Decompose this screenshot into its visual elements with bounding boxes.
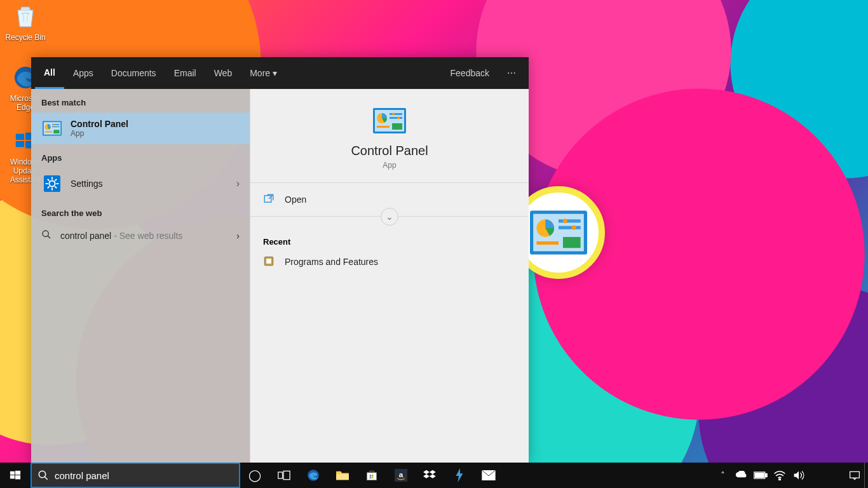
svg-line-25 xyxy=(48,236,50,238)
svg-rect-61 xyxy=(372,475,374,477)
taskbar: ◯ a ˄ xyxy=(0,463,868,488)
section-best-match: Best match xyxy=(31,89,250,112)
recent-item-title: Programs and Features xyxy=(285,257,378,267)
expand-chevron-icon[interactable]: ⌄ xyxy=(381,208,398,226)
tab-label: Apps xyxy=(73,68,93,78)
svg-rect-10 xyxy=(44,132,52,133)
control-panel-icon xyxy=(41,118,63,139)
result-control-panel[interactable]: Control Panel App xyxy=(31,112,250,144)
tab-web[interactable]: Web xyxy=(205,57,241,89)
svg-point-33 xyxy=(397,117,400,119)
svg-rect-1 xyxy=(16,134,24,140)
recycle-bin-icon xyxy=(11,3,39,30)
tab-apps[interactable]: Apps xyxy=(64,57,102,89)
edge-taskbar-icon[interactable] xyxy=(299,463,328,488)
search-icon xyxy=(41,229,51,241)
taskbar-search-box[interactable] xyxy=(31,463,240,488)
svg-rect-56 xyxy=(283,471,290,479)
tab-documents[interactable]: Documents xyxy=(102,57,165,89)
search-tabs-header: All Apps Documents Email Web More ▾ Feed… xyxy=(31,57,529,89)
tab-label: All xyxy=(44,67,55,78)
tab-more[interactable]: More ▾ xyxy=(241,57,286,89)
notifications-icon[interactable] xyxy=(845,463,864,488)
svg-line-54 xyxy=(44,477,48,480)
onedrive-icon[interactable] xyxy=(732,463,751,488)
more-options-icon[interactable]: ⋯ xyxy=(498,68,525,78)
detail-title: Control Panel xyxy=(250,144,529,158)
svg-rect-9 xyxy=(52,126,60,128)
svg-rect-51 xyxy=(10,475,15,478)
svg-point-11 xyxy=(53,124,55,125)
feedback-link[interactable]: Feedback xyxy=(442,57,498,89)
svg-rect-71 xyxy=(850,471,860,478)
desktop-icon-label: Recycle Bin xyxy=(1,33,50,42)
svg-rect-69 xyxy=(756,473,764,478)
section-web: Search the web xyxy=(31,200,250,223)
chevron-right-icon: › xyxy=(236,178,240,189)
svg-rect-35 xyxy=(264,196,271,203)
store-icon[interactable] xyxy=(357,463,386,488)
svg-rect-37 xyxy=(266,259,271,264)
search-detail-pane: Control Panel App Open ⌄ Recent Programs… xyxy=(250,89,529,463)
svg-rect-13 xyxy=(53,130,59,133)
svg-point-53 xyxy=(39,471,46,478)
tab-label: Documents xyxy=(111,68,156,78)
chevron-right-icon: › xyxy=(236,231,240,241)
tray-overflow-icon[interactable]: ˄ xyxy=(713,463,732,488)
svg-rect-30 xyxy=(390,117,402,119)
desktop-icon-recycle-bin[interactable]: Recycle Bin xyxy=(1,3,50,42)
svg-point-70 xyxy=(779,478,781,480)
web-suffix: - See web results xyxy=(114,231,182,241)
amazon-icon[interactable]: a xyxy=(386,463,416,488)
web-query: control panel xyxy=(60,231,111,241)
wifi-icon[interactable] xyxy=(770,463,789,488)
feedback-label: Feedback xyxy=(451,68,489,78)
file-explorer-icon[interactable] xyxy=(328,463,357,488)
search-input[interactable] xyxy=(55,470,239,481)
result-title: Settings xyxy=(71,179,103,189)
svg-rect-63 xyxy=(372,477,374,479)
search-icon xyxy=(32,470,55,481)
svg-rect-50 xyxy=(15,471,20,475)
start-button[interactable] xyxy=(0,463,31,488)
app-lightning-icon[interactable] xyxy=(445,463,474,488)
result-settings[interactable]: Settings › xyxy=(31,168,250,200)
svg-rect-34 xyxy=(392,123,402,130)
recent-label: Recent xyxy=(263,237,516,247)
system-tray: ˄ xyxy=(713,463,868,488)
svg-rect-49 xyxy=(10,471,15,475)
start-search-panel: All Apps Documents Email Web More ▾ Feed… xyxy=(31,57,529,463)
svg-rect-3 xyxy=(16,141,24,147)
control-panel-icon xyxy=(373,108,406,133)
svg-rect-55 xyxy=(278,472,283,478)
svg-rect-8 xyxy=(52,124,60,125)
tab-label: Email xyxy=(174,68,196,78)
svg-rect-68 xyxy=(766,473,768,477)
taskbar-pinned-apps: ◯ a xyxy=(240,463,503,488)
task-view-icon[interactable] xyxy=(269,463,299,488)
volume-icon[interactable] xyxy=(789,463,808,488)
programs-features-icon xyxy=(263,255,276,268)
svg-text:a: a xyxy=(399,470,403,478)
detail-subtitle: App xyxy=(250,161,529,170)
cortana-icon[interactable]: ◯ xyxy=(240,463,269,488)
svg-rect-62 xyxy=(370,477,372,479)
svg-rect-58 xyxy=(336,474,349,480)
svg-point-12 xyxy=(57,126,58,127)
dropbox-icon[interactable] xyxy=(416,463,445,488)
result-title: Control Panel xyxy=(71,119,128,129)
tab-email[interactable]: Email xyxy=(165,57,205,89)
tab-label: Web xyxy=(214,68,233,78)
show-desktop-button[interactable] xyxy=(864,463,868,488)
action-label: Open xyxy=(285,194,306,205)
result-web-search[interactable]: control panel - See web results › xyxy=(31,223,250,248)
battery-icon[interactable] xyxy=(751,463,770,488)
tab-all[interactable]: All xyxy=(35,57,64,89)
windows-logo-icon xyxy=(10,470,21,481)
tab-label: More xyxy=(250,68,270,78)
result-subtitle: App xyxy=(71,129,128,138)
recent-programs-and-features[interactable]: Programs and Features xyxy=(263,255,516,268)
svg-rect-60 xyxy=(370,475,372,477)
mail-icon[interactable] xyxy=(474,463,503,488)
svg-point-32 xyxy=(392,113,395,116)
